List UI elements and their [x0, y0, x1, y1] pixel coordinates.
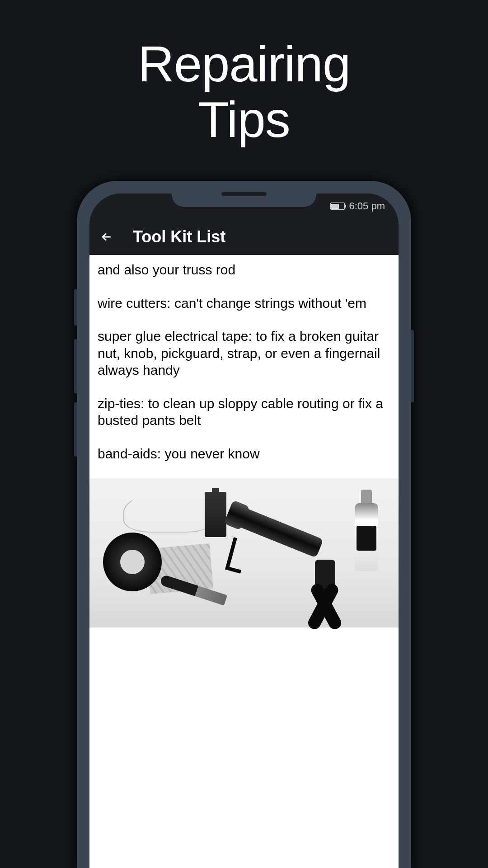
paragraph: wire cutters: can't change strings witho… — [98, 295, 390, 312]
phone-volume-down — [74, 402, 77, 457]
pliers-icon — [277, 555, 367, 623]
phone-side-button — [74, 289, 77, 326]
paragraph: and also your truss rod — [98, 261, 390, 278]
paragraph: zip-ties: to clean up sloppy cable routi… — [98, 395, 390, 429]
electrical-tape-icon — [103, 533, 162, 591]
phone-notch — [172, 181, 316, 207]
arrow-left-icon — [100, 230, 113, 244]
back-button[interactable] — [99, 229, 115, 245]
phone-volume-up — [74, 339, 77, 393]
battery-9v-icon — [205, 492, 226, 537]
promo-title-line1: Repairing — [138, 36, 350, 92]
phone-power-button — [411, 330, 414, 402]
phone-frame: 6:05 pm Tool Kit List and also your trus… — [77, 181, 411, 868]
allen-key-icon — [225, 537, 237, 569]
status-time: 6:05 pm — [349, 200, 385, 212]
content-area[interactable]: and also your truss rod wire cutters: ca… — [89, 255, 399, 868]
promo-title: Repairing Tips — [0, 0, 488, 147]
promo-title-line2: Tips — [198, 91, 290, 148]
paragraph: super glue electrical tape: to fix a bro… — [98, 328, 390, 379]
flashlight-icon — [228, 504, 324, 558]
article-text: and also your truss rod wire cutters: ca… — [89, 255, 399, 462]
page-title: Tool Kit List — [133, 227, 225, 246]
phone-speaker — [221, 192, 267, 196]
guitar-strings-icon — [123, 492, 214, 533]
toolkit-image — [89, 478, 399, 627]
phone-screen: 6:05 pm Tool Kit List and also your trus… — [89, 193, 399, 868]
app-header: Tool Kit List — [89, 219, 399, 255]
battery-icon — [330, 203, 345, 210]
paragraph: band-aids: you never know — [98, 445, 390, 462]
